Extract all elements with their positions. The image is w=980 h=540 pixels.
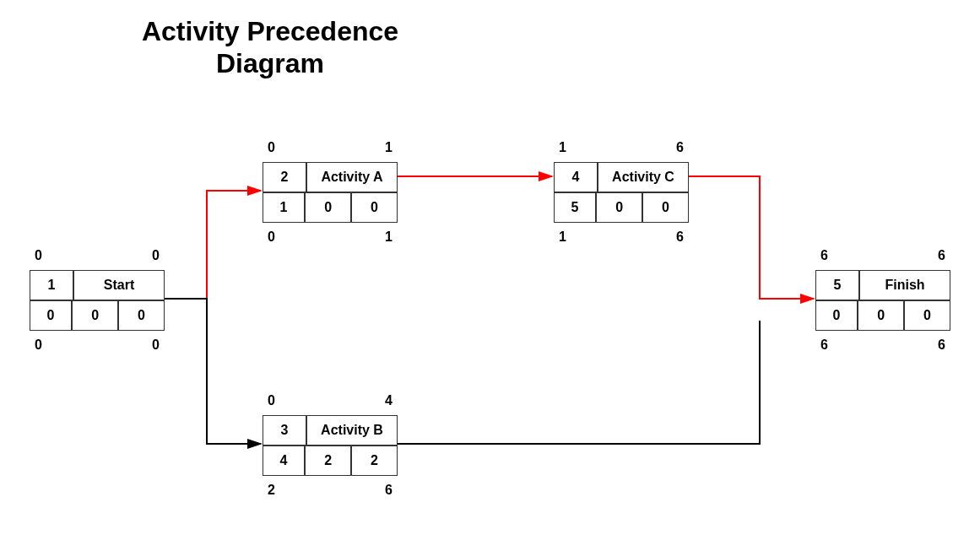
c-ff: 0 <box>596 192 642 223</box>
b-ls: 2 <box>268 483 275 498</box>
a-id: 2 <box>263 162 306 192</box>
b-id: 3 <box>263 415 306 446</box>
c-tf: 0 <box>642 192 689 223</box>
start-dur: 0 <box>30 300 72 331</box>
c-id: 4 <box>554 162 598 192</box>
a-es: 0 <box>268 140 275 155</box>
finish-dur: 0 <box>815 300 858 331</box>
a-ef: 1 <box>385 140 393 155</box>
c-dur: 5 <box>554 192 596 223</box>
a-ls: 0 <box>268 230 275 245</box>
b-ef: 4 <box>385 393 393 408</box>
c-name: Activity C <box>598 162 689 192</box>
start-ef: 0 <box>152 248 160 263</box>
c-ef: 6 <box>676 140 684 155</box>
a-name: Activity A <box>306 162 398 192</box>
b-ff: 2 <box>305 446 351 476</box>
finish-name: Finish <box>859 270 950 300</box>
finish-ls: 6 <box>820 338 828 353</box>
edge-start-b <box>165 299 261 444</box>
start-lf: 0 <box>152 338 160 353</box>
node-activity-c: 1 6 4 Activity C 5 0 0 1 6 <box>554 162 689 223</box>
start-name: Start <box>73 270 165 300</box>
finish-id: 5 <box>815 270 859 300</box>
a-lf: 1 <box>385 230 393 245</box>
edge-c-finish <box>689 176 814 299</box>
start-ff: 0 <box>72 300 118 331</box>
finish-tf: 0 <box>904 300 950 331</box>
start-ls: 0 <box>35 338 42 353</box>
finish-ef: 6 <box>938 248 945 263</box>
node-finish: 6 6 5 Finish 0 0 0 6 6 <box>815 270 950 331</box>
c-es: 1 <box>559 140 566 155</box>
b-dur: 4 <box>263 446 305 476</box>
b-name: Activity B <box>306 415 398 446</box>
finish-lf: 6 <box>938 338 945 353</box>
edge-b-finish <box>398 321 760 444</box>
diagram-title: Activity Precedence Diagram <box>101 15 439 80</box>
node-activity-b: 0 4 3 Activity B 4 2 2 2 6 <box>263 415 398 476</box>
start-id: 1 <box>30 270 73 300</box>
start-es: 0 <box>35 248 42 263</box>
b-tf: 2 <box>351 446 398 476</box>
a-tf: 0 <box>351 192 398 223</box>
diagram-canvas: Activity Precedence Diagram 0 0 1 Start <box>0 0 980 540</box>
finish-ff: 0 <box>858 300 904 331</box>
b-es: 0 <box>268 393 275 408</box>
finish-es: 6 <box>820 248 828 263</box>
a-dur: 1 <box>263 192 305 223</box>
c-ls: 1 <box>559 230 566 245</box>
c-lf: 6 <box>676 230 684 245</box>
start-tf: 0 <box>118 300 165 331</box>
edge-start-a <box>165 191 261 299</box>
b-lf: 6 <box>385 483 393 498</box>
node-start: 0 0 1 Start 0 0 0 0 0 <box>30 270 165 331</box>
node-activity-a: 0 1 2 Activity A 1 0 0 0 1 <box>263 162 398 223</box>
a-ff: 0 <box>305 192 351 223</box>
